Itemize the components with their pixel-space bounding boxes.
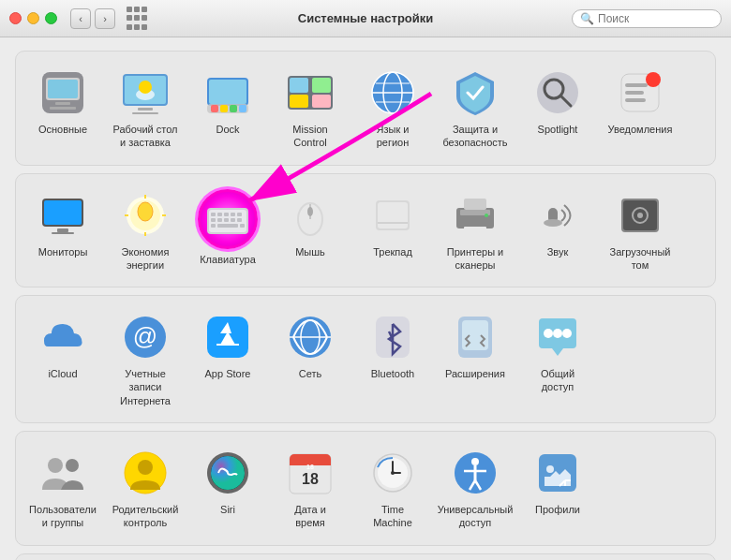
pref-item-profiles[interactable]: Профили <box>516 441 599 536</box>
label-language: Язык и регион <box>377 123 410 150</box>
icon-sound <box>531 189 584 242</box>
pref-item-extensions[interactable]: Расширения <box>434 305 516 413</box>
maximize-button[interactable] <box>45 12 57 24</box>
svg-rect-60 <box>217 224 238 228</box>
label-extensions: Расширения <box>445 367 505 380</box>
pref-item-language[interactable]: Язык и регион <box>351 61 434 155</box>
pref-item-timemachine[interactable]: Time Machine <box>351 441 434 536</box>
section-section2: Мониторы Экономия энергии Клавиатура <box>15 173 716 288</box>
svg-rect-52 <box>224 213 229 216</box>
pref-item-security[interactable]: Защита и безопасность <box>434 61 516 155</box>
svg-rect-12 <box>209 80 246 104</box>
svg-rect-58 <box>231 218 235 222</box>
label-mouse: Мышь <box>295 245 325 258</box>
section-section3: iCloud @ Учетные записи Интернета App St… <box>15 295 716 423</box>
svg-rect-56 <box>217 218 222 222</box>
svg-point-93 <box>544 329 553 338</box>
icon-network <box>284 311 336 363</box>
pref-item-printers[interactable]: Принтеры и сканеры <box>434 184 516 278</box>
pref-item-dock[interactable]: Dock <box>186 61 269 155</box>
svg-rect-50 <box>211 213 216 216</box>
section-section5: Flash Player Java MySQL NTFS Mac OS X NT… <box>15 553 716 560</box>
pref-item-icloud[interactable]: iCloud <box>22 305 104 413</box>
pref-item-parental[interactable]: Родительский контроль <box>104 441 186 536</box>
svg-rect-17 <box>239 105 246 112</box>
svg-rect-3 <box>55 102 70 105</box>
svg-rect-61 <box>211 224 216 228</box>
pref-item-notifications[interactable]: Уведомления <box>599 61 681 155</box>
icon-energy <box>119 189 172 242</box>
minimize-button[interactable] <box>27 12 39 24</box>
icon-accessibility <box>449 447 501 499</box>
pref-item-sharing[interactable]: Общий доступ <box>516 305 599 413</box>
svg-text:18: 18 <box>302 471 319 487</box>
content: Основные Рабочий стол и заставка Dock Mi… <box>0 37 731 560</box>
pref-item-sound[interactable]: Звук <box>516 184 599 278</box>
pref-item-accessibility[interactable]: Универсальный доступ <box>434 441 516 536</box>
pref-item-bluetooth[interactable]: Bluetooth <box>351 305 434 413</box>
close-button[interactable] <box>9 12 22 24</box>
icon-siri <box>201 447 254 499</box>
icon-parental <box>119 447 172 499</box>
pref-item-trackpad[interactable]: Трекпад <box>351 184 434 278</box>
svg-point-120 <box>546 465 554 473</box>
pref-item-siri[interactable]: Siri <box>186 441 269 536</box>
pref-item-spotlight[interactable]: Spotlight <box>516 61 599 155</box>
label-keyboard: Клавиатура <box>200 253 256 266</box>
section-section1: Основные Рабочий стол и заставка Dock Mi… <box>15 51 716 166</box>
label-parental: Родительский контроль <box>112 503 179 530</box>
icon-startup <box>614 189 666 242</box>
titlebar: ‹ › Системные настройки 🔍 <box>0 0 731 37</box>
svg-point-99 <box>138 460 153 475</box>
label-spotlight: Spotlight <box>538 123 578 136</box>
section-section4: Пользователи и группы Родительский контр… <box>15 431 716 546</box>
traffic-lights <box>9 12 57 24</box>
svg-rect-21 <box>290 95 308 108</box>
svg-rect-4 <box>50 107 76 110</box>
search-box[interactable]: 🔍 <box>572 9 722 28</box>
label-network: Сеть <box>299 367 321 380</box>
pref-item-users[interactable]: Пользователи и группы <box>22 441 104 536</box>
pref-item-desktop[interactable]: Рабочий стол и заставка <box>104 61 186 155</box>
label-accessibility: Универсальный доступ <box>438 503 514 530</box>
label-displays: Мониторы <box>38 245 88 258</box>
pref-item-displays[interactable]: Мониторы <box>22 184 104 278</box>
pref-item-keyboard[interactable]: Клавиатура <box>186 184 269 278</box>
label-desktop: Рабочий стол и заставка <box>112 123 177 150</box>
icon-timemachine <box>366 447 419 499</box>
svg-rect-20 <box>312 78 331 93</box>
svg-rect-51 <box>217 213 222 216</box>
pref-item-appstore[interactable]: App Store <box>186 305 269 413</box>
icon-accounts: @ <box>119 311 172 363</box>
apps-grid-button[interactable] <box>125 7 149 31</box>
svg-rect-15 <box>220 105 228 112</box>
svg-rect-54 <box>237 213 242 216</box>
svg-point-29 <box>537 72 578 113</box>
pref-item-energy[interactable]: Экономия энергии <box>104 184 186 278</box>
pref-item-network[interactable]: Сеть <box>269 305 351 413</box>
svg-point-94 <box>553 329 562 338</box>
svg-point-74 <box>485 214 488 217</box>
label-icloud: iCloud <box>48 367 77 380</box>
label-general: Основные <box>38 123 87 136</box>
svg-rect-19 <box>290 78 308 93</box>
pref-item-accounts[interactable]: @ Учетные записи Интернета <box>104 305 186 413</box>
label-accounts: Учетные записи Интернета <box>108 367 183 407</box>
icon-mission <box>284 66 336 119</box>
svg-point-66 <box>307 207 313 216</box>
pref-item-datetime[interactable]: 18 18 Дата и время <box>269 441 351 536</box>
pref-item-startup[interactable]: Загрузочный том <box>599 184 681 278</box>
search-input[interactable] <box>598 12 713 25</box>
forward-button[interactable]: › <box>95 8 115 29</box>
pref-item-mouse[interactable]: Мышь <box>269 184 351 278</box>
label-datetime: Дата и время <box>294 503 326 530</box>
label-energy: Экономия энергии <box>122 245 170 273</box>
svg-point-76 <box>544 219 562 227</box>
label-notifications: Уведомления <box>608 123 673 136</box>
svg-text:18: 18 <box>306 464 314 470</box>
pref-item-mission[interactable]: Mission Control <box>269 61 351 155</box>
label-bluetooth: Bluetooth <box>371 367 414 380</box>
pref-item-general[interactable]: Основные <box>22 61 104 155</box>
icon-language <box>366 66 419 119</box>
back-button[interactable]: ‹ <box>70 8 91 29</box>
